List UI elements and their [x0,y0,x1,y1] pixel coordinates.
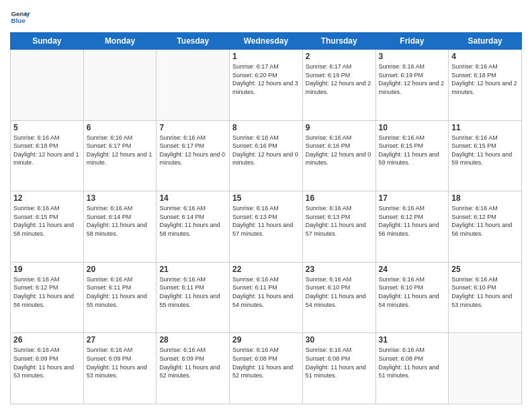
day-cell: 23Sunrise: 6:16 AM Sunset: 6:10 PM Dayli… [302,262,375,333]
day-info: Sunrise: 6:16 AM Sunset: 6:11 PM Dayligh… [159,275,226,309]
day-number: 10 [379,123,446,132]
day-info: Sunrise: 6:16 AM Sunset: 6:10 PM Dayligh… [379,275,446,309]
day-info: Sunrise: 6:16 AM Sunset: 6:14 PM Dayligh… [87,204,154,238]
day-number: 13 [87,193,154,203]
day-info: Sunrise: 6:16 AM Sunset: 6:08 PM Dayligh… [306,346,373,379]
day-info: Sunrise: 6:16 AM Sunset: 6:14 PM Dayligh… [159,204,226,238]
day-number: 14 [159,193,226,203]
day-info: Sunrise: 6:16 AM Sunset: 6:12 PM Dayligh… [379,204,446,238]
day-cell: 27Sunrise: 6:16 AM Sunset: 6:09 PM Dayli… [83,333,157,404]
day-cell: 1Sunrise: 6:17 AM Sunset: 6:20 PM Daylig… [230,50,303,121]
day-cell: 26Sunrise: 6:16 AM Sunset: 6:09 PM Dayli… [11,333,84,404]
day-cell: 7Sunrise: 6:16 AM Sunset: 6:17 PM Daylig… [157,120,230,191]
day-cell: 5Sunrise: 6:16 AM Sunset: 6:18 PM Daylig… [11,120,84,191]
day-cell: 30Sunrise: 6:16 AM Sunset: 6:08 PM Dayli… [302,333,375,404]
day-cell: 21Sunrise: 6:16 AM Sunset: 6:11 PM Dayli… [157,262,230,333]
day-number: 19 [13,265,81,274]
day-cell [157,50,230,121]
day-info: Sunrise: 6:16 AM Sunset: 6:19 PM Dayligh… [379,62,446,96]
day-number: 5 [13,123,81,132]
day-info: Sunrise: 6:16 AM Sunset: 6:11 PM Dayligh… [232,275,300,309]
day-number: 30 [306,335,373,345]
day-cell: 6Sunrise: 6:16 AM Sunset: 6:17 PM Daylig… [83,120,157,191]
weekday-header-thursday: Thursday [302,33,375,50]
day-cell: 17Sunrise: 6:16 AM Sunset: 6:12 PM Dayli… [375,191,449,263]
day-cell: 29Sunrise: 6:16 AM Sunset: 6:08 PM Dayli… [230,333,303,404]
day-info: Sunrise: 6:16 AM Sunset: 6:10 PM Dayligh… [451,275,519,309]
calendar-table: SundayMondayTuesdayWednesdayThursdayFrid… [10,32,522,404]
day-cell: 24Sunrise: 6:16 AM Sunset: 6:10 PM Dayli… [375,262,449,333]
week-row-3: 19Sunrise: 6:16 AM Sunset: 6:12 PM Dayli… [11,262,522,333]
day-number: 24 [379,265,446,274]
day-cell: 15Sunrise: 6:16 AM Sunset: 6:13 PM Dayli… [230,191,303,263]
day-cell: 20Sunrise: 6:16 AM Sunset: 6:11 PM Dayli… [83,262,157,333]
day-number: 6 [87,123,154,132]
day-info: Sunrise: 6:16 AM Sunset: 6:12 PM Dayligh… [13,275,81,309]
day-cell: 28Sunrise: 6:16 AM Sunset: 6:09 PM Dayli… [157,333,230,404]
day-info: Sunrise: 6:16 AM Sunset: 6:17 PM Dayligh… [159,134,226,167]
page: General Blue SundayMondayTuesdayWednesda… [0,0,532,411]
day-info: Sunrise: 6:16 AM Sunset: 6:18 PM Dayligh… [13,134,81,167]
day-info: Sunrise: 6:16 AM Sunset: 6:12 PM Dayligh… [451,204,519,238]
day-info: Sunrise: 6:16 AM Sunset: 6:13 PM Dayligh… [306,204,373,238]
day-number: 27 [87,335,154,345]
day-number: 26 [13,335,81,345]
day-info: Sunrise: 6:16 AM Sunset: 6:09 PM Dayligh… [87,346,154,379]
day-number: 22 [232,265,300,274]
weekday-header-tuesday: Tuesday [157,33,230,50]
day-number: 29 [232,335,300,345]
day-cell [83,50,157,121]
day-number: 11 [451,123,519,132]
day-number: 1 [232,52,300,61]
day-cell: 22Sunrise: 6:16 AM Sunset: 6:11 PM Dayli… [230,262,303,333]
day-info: Sunrise: 6:16 AM Sunset: 6:18 PM Dayligh… [451,62,519,96]
day-info: Sunrise: 6:16 AM Sunset: 6:13 PM Dayligh… [232,204,300,238]
day-cell: 31Sunrise: 6:16 AM Sunset: 6:08 PM Dayli… [375,333,449,404]
day-info: Sunrise: 6:16 AM Sunset: 6:16 PM Dayligh… [306,134,373,167]
day-info: Sunrise: 6:16 AM Sunset: 6:10 PM Dayligh… [306,275,373,309]
day-number: 25 [451,265,519,274]
week-row-0: 1Sunrise: 6:17 AM Sunset: 6:20 PM Daylig… [11,50,522,121]
day-number: 9 [306,123,373,132]
weekday-header-saturday: Saturday [449,33,522,50]
day-cell [449,333,522,404]
week-row-2: 12Sunrise: 6:16 AM Sunset: 6:15 PM Dayli… [11,191,522,263]
day-number: 8 [232,123,300,132]
day-info: Sunrise: 6:16 AM Sunset: 6:11 PM Dayligh… [87,275,154,309]
day-number: 28 [159,335,226,345]
day-number: 4 [451,52,519,61]
weekday-header-friday: Friday [375,33,449,50]
day-info: Sunrise: 6:16 AM Sunset: 6:15 PM Dayligh… [379,134,446,167]
day-info: Sunrise: 6:16 AM Sunset: 6:08 PM Dayligh… [232,346,300,379]
day-info: Sunrise: 6:16 AM Sunset: 6:17 PM Dayligh… [87,134,154,167]
day-info: Sunrise: 6:17 AM Sunset: 6:20 PM Dayligh… [232,62,300,96]
day-cell: 4Sunrise: 6:16 AM Sunset: 6:18 PM Daylig… [449,50,522,121]
day-number: 15 [232,193,300,203]
week-row-4: 26Sunrise: 6:16 AM Sunset: 6:09 PM Dayli… [11,333,522,404]
day-number: 23 [306,265,373,274]
day-info: Sunrise: 6:16 AM Sunset: 6:15 PM Dayligh… [13,204,81,238]
day-number: 17 [379,193,446,203]
day-info: Sunrise: 6:16 AM Sunset: 6:08 PM Dayligh… [379,346,446,379]
day-cell: 12Sunrise: 6:16 AM Sunset: 6:15 PM Dayli… [11,191,84,263]
day-cell: 19Sunrise: 6:16 AM Sunset: 6:12 PM Dayli… [11,262,84,333]
day-number: 16 [306,193,373,203]
day-info: Sunrise: 6:16 AM Sunset: 6:09 PM Dayligh… [13,346,81,379]
day-number: 21 [159,265,226,274]
day-cell: 18Sunrise: 6:16 AM Sunset: 6:12 PM Dayli… [449,191,522,263]
day-cell: 16Sunrise: 6:16 AM Sunset: 6:13 PM Dayli… [302,191,375,263]
day-cell: 2Sunrise: 6:17 AM Sunset: 6:19 PM Daylig… [302,50,375,121]
day-cell: 8Sunrise: 6:16 AM Sunset: 6:16 PM Daylig… [230,120,303,191]
weekday-header-monday: Monday [83,33,157,50]
weekday-header-row: SundayMondayTuesdayWednesdayThursdayFrid… [11,33,522,50]
week-row-1: 5Sunrise: 6:16 AM Sunset: 6:18 PM Daylig… [11,120,522,191]
day-cell: 13Sunrise: 6:16 AM Sunset: 6:14 PM Dayli… [83,191,157,263]
day-cell [11,50,84,121]
header: General Blue [10,7,522,27]
day-number: 20 [87,265,154,274]
day-info: Sunrise: 6:16 AM Sunset: 6:15 PM Dayligh… [451,134,519,167]
svg-text:Blue: Blue [11,17,26,24]
day-info: Sunrise: 6:17 AM Sunset: 6:19 PM Dayligh… [306,62,373,96]
day-info: Sunrise: 6:16 AM Sunset: 6:16 PM Dayligh… [232,134,300,167]
day-cell: 14Sunrise: 6:16 AM Sunset: 6:14 PM Dayli… [157,191,230,263]
